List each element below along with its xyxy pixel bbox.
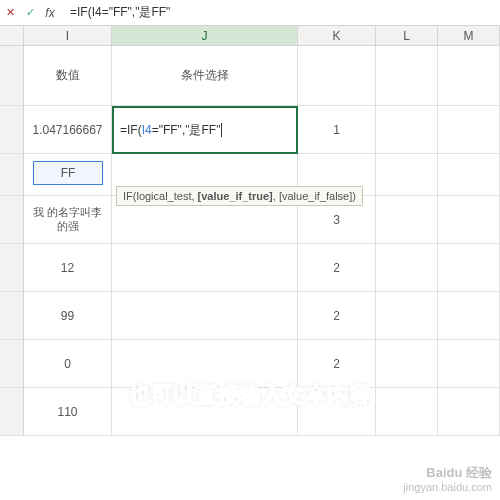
- cell-I5[interactable]: 我 的名字叫李的强: [24, 196, 112, 244]
- cell[interactable]: [298, 46, 376, 106]
- watermark: Baidu 经验 jingyan.baidu.com: [403, 465, 492, 494]
- watermark-url: jingyan.baidu.com: [403, 481, 492, 494]
- cell[interactable]: [376, 154, 438, 196]
- col-header-L[interactable]: L: [376, 26, 438, 45]
- cell-I9[interactable]: 110: [24, 388, 112, 436]
- cell-header-I[interactable]: 数值: [24, 46, 112, 106]
- cell[interactable]: [376, 244, 438, 292]
- cell[interactable]: [438, 46, 500, 106]
- cell-I8[interactable]: 0: [24, 340, 112, 388]
- formula-bar: ✕ ✓ fx =IF(I4="FF","是FF": [0, 0, 500, 26]
- row-header[interactable]: [0, 292, 24, 340]
- cell[interactable]: [438, 388, 500, 436]
- cell[interactable]: [112, 244, 298, 292]
- cell-I3[interactable]: 1.047166667: [24, 106, 112, 154]
- col-header-J[interactable]: J: [112, 26, 298, 45]
- cell[interactable]: [376, 292, 438, 340]
- grid: 数值 条件选择 1.047166667 1 我 的名字叫李的强 3 12 2: [0, 46, 500, 436]
- video-caption: 也可以直接输入文本内容: [129, 380, 371, 410]
- row-header[interactable]: [0, 244, 24, 292]
- row-header[interactable]: [0, 106, 24, 154]
- row-header[interactable]: [0, 196, 24, 244]
- row-header[interactable]: [0, 388, 24, 436]
- cell-reference: I4: [142, 123, 152, 137]
- table-row: 12 2: [0, 244, 500, 292]
- cell-header-J[interactable]: 条件选择: [112, 46, 298, 106]
- referenced-cell-value: FF: [61, 166, 76, 180]
- col-header-I[interactable]: I: [24, 26, 112, 45]
- cell-I6[interactable]: 12: [24, 244, 112, 292]
- row-header[interactable]: [0, 340, 24, 388]
- cell[interactable]: [438, 196, 500, 244]
- referenced-cell-highlight: FF: [33, 161, 103, 185]
- cell[interactable]: [112, 292, 298, 340]
- cell-K6[interactable]: 2: [298, 244, 376, 292]
- cell[interactable]: [376, 340, 438, 388]
- cell[interactable]: [376, 106, 438, 154]
- select-all-corner[interactable]: [0, 26, 24, 45]
- function-tooltip: IF(logical_test, [value_if_true], [value…: [116, 186, 363, 206]
- cell-K7[interactable]: 2: [298, 292, 376, 340]
- cell[interactable]: [438, 292, 500, 340]
- cell-I7[interactable]: 99: [24, 292, 112, 340]
- cell[interactable]: [376, 196, 438, 244]
- col-header-K[interactable]: K: [298, 26, 376, 45]
- fx-icon[interactable]: fx: [40, 0, 60, 25]
- watermark-brand: Baidu 经验: [403, 465, 492, 481]
- col-header-M[interactable]: M: [438, 26, 500, 45]
- active-cell-editor[interactable]: =IF(I4="FF","是FF": [112, 106, 298, 154]
- cell[interactable]: [376, 388, 438, 436]
- text-caret: [221, 123, 222, 137]
- cell[interactable]: [376, 46, 438, 106]
- formula-text: =IF(I4="FF","是FF": [120, 122, 220, 139]
- confirm-icon[interactable]: ✓: [20, 0, 40, 25]
- cell[interactable]: [438, 106, 500, 154]
- row-header[interactable]: [0, 154, 24, 196]
- cancel-icon[interactable]: ✕: [0, 0, 20, 25]
- row-header[interactable]: [0, 46, 24, 106]
- formula-input[interactable]: =IF(I4="FF","是FF": [60, 4, 500, 21]
- table-row: 数值 条件选择: [0, 46, 500, 106]
- cell[interactable]: [438, 244, 500, 292]
- cell-K3[interactable]: 1: [298, 106, 376, 154]
- cell[interactable]: [438, 154, 500, 196]
- column-headers: I J K L M: [0, 26, 500, 46]
- table-row: 99 2: [0, 292, 500, 340]
- cell[interactable]: [438, 340, 500, 388]
